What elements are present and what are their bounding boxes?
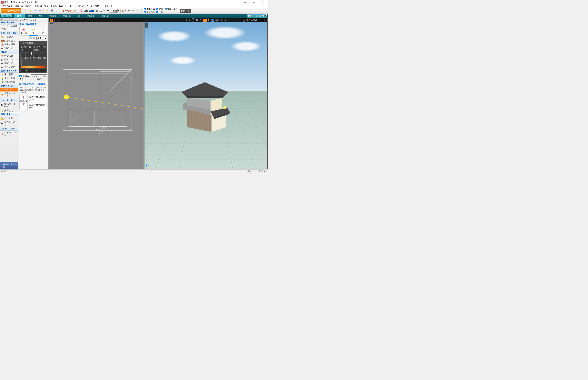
season-button[interactable]: ⛅夏 <box>29 27 38 36</box>
time-slider[interactable] <box>20 53 46 57</box>
menu-edit[interactable]: 編集(E) <box>15 4 24 8</box>
fit-icon[interactable]: ⛶ <box>199 19 203 22</box>
orbit-icon[interactable]: ⟳ <box>188 19 192 22</box>
acc-item[interactable]: ▤壁紙設定 <box>0 57 18 61</box>
season-button[interactable]: ❄冬 <box>39 27 47 36</box>
rotate-right-icon[interactable]: ⟳ <box>131 9 136 13</box>
open-icon[interactable]: 📂 <box>45 9 49 13</box>
print-icon[interactable]: 🖨 <box>54 9 59 13</box>
menu-help[interactable]: ヘルプ(H) <box>101 4 113 8</box>
redo-icon[interactable]: ↷ <box>38 9 42 13</box>
save-icon[interactable]: 💾 <box>50 9 54 13</box>
zoom-in-icon[interactable]: 🔍+ <box>192 19 196 22</box>
acc-item[interactable]: 🖼背景/昼夕夜切替 <box>0 102 18 109</box>
menu-tool[interactable]: ツール(T) <box>64 4 75 8</box>
menu-view[interactable]: 表示(V) <box>24 4 33 8</box>
location-select[interactable]: 兵庫 <box>37 37 47 40</box>
acc-header[interactable]: 診断/チェック <box>0 84 18 88</box>
menu-file[interactable]: ファイル(F) <box>1 4 14 8</box>
undo-icon[interactable]: ↶ <box>33 9 38 13</box>
season-button[interactable]: 🌸春・秋 <box>20 27 28 36</box>
acc-header[interactable]: 内装材 <box>0 50 18 54</box>
acc-item[interactable]: 💡光源設定 <box>0 109 18 113</box>
tab-site[interactable]: 敷地 <box>25 14 36 18</box>
back-to-floorplan-button[interactable]: ⟸ 間取り編集へ <box>1 8 21 13</box>
acc-header[interactable]: 外壁・屋根・敷材 <box>0 31 18 35</box>
acc-item[interactable]: ☀日当たり <box>0 88 18 92</box>
acc-item[interactable]: 🪑床に配置 <box>0 73 18 76</box>
cursor-icon[interactable]: ↖ <box>24 9 28 13</box>
acc-item[interactable]: 💡天井に配置 <box>0 76 18 80</box>
acc-item[interactable]: 🏠外観・内観確認 <box>0 24 18 31</box>
minimize-button[interactable]: — <box>241 0 250 4</box>
check-equipment[interactable]: 住宅設備 <box>144 8 155 11</box>
camera-icon[interactable]: 📷 <box>242 19 245 21</box>
acc-item[interactable]: HQ高画質イメージ <box>0 120 18 127</box>
collapse-right-button[interactable]: ▶ <box>265 14 267 16</box>
target-icon[interactable]: ◎ <box>203 19 207 22</box>
acc-item[interactable]: 🎨一括変更 <box>0 35 18 39</box>
tab-1f[interactable]: 1階 <box>36 14 45 18</box>
acc-item[interactable]: 🧱外壁材設定 <box>0 39 18 42</box>
acc-item[interactable]: ▦敷材設定 <box>0 46 18 50</box>
acc-item[interactable]: 🎨色覚/インテリア <box>0 92 18 98</box>
acc-header[interactable]: 外観・内観確認 <box>0 20 18 24</box>
pan-icon[interactable]: ✥ <box>185 19 188 22</box>
loop-button[interactable]: ⟲ <box>34 69 47 72</box>
tab-1f-roof[interactable]: 1階屋根 <box>45 14 59 18</box>
acc-item[interactable]: 📐パース図 <box>0 116 18 120</box>
page-selector[interactable]: ▦1/1▾ <box>96 9 105 12</box>
acc-item[interactable]: 🚶ウォークスルー <box>0 131 18 137</box>
3dplace-button[interactable]: ⬢ 3Dプレイス <box>61 9 78 13</box>
walk-icon[interactable]: 🚶 <box>207 19 211 22</box>
fov-icon[interactable]: 📷 <box>211 19 214 22</box>
reset-light-button[interactable]: 光源をチェック前に戻す <box>31 75 47 81</box>
acc-item[interactable]: 🌳外構に配置 <box>0 80 18 84</box>
show-light-check[interactable]: 光源を表示 <box>20 75 30 81</box>
picker-icon[interactable]: ↖ <box>224 19 227 22</box>
eyedrop-icon[interactable]: ✎ <box>220 19 223 22</box>
menu-settings[interactable]: 設定(O) <box>76 4 85 8</box>
acc-header[interactable]: ウォークスルー <box>0 127 18 131</box>
tab-1f-wall[interactable]: 1階外壁 <box>60 14 74 18</box>
check-ceiling[interactable]: 天井器具 <box>144 11 155 14</box>
acc-item[interactable]: ▭天井材設定 <box>0 65 18 69</box>
layout-selector[interactable]: ▭二画面▾ <box>107 9 119 13</box>
tab-2f-roof[interactable]: 2階屋根 <box>84 14 98 18</box>
snapshot-dropdown-icon[interactable]: ▾ <box>264 19 265 21</box>
menu-viewpoint[interactable]: 視点(S) <box>34 4 43 8</box>
hand-icon[interactable]: ✋ <box>29 9 33 13</box>
collapse-left-button[interactable]: ◀ <box>0 18 18 20</box>
plan-ortho-icon[interactable]: ⊞ <box>53 19 57 22</box>
datacenter-button[interactable]: 📊 データセンター <box>247 14 267 18</box>
zoom-out-icon[interactable]: 🔍- <box>196 19 199 22</box>
maximize-button[interactable]: ▭ <box>250 0 258 4</box>
acc-item[interactable]: 🏠屋根材設定 <box>0 42 18 46</box>
dropdown-icon[interactable]: ▾ <box>136 9 140 13</box>
how-to-use-button[interactable]: ? 使い方 <box>1 14 12 18</box>
acc-header[interactable]: 印刷・出力 <box>0 113 18 116</box>
menu-window[interactable]: ウィンドウ(A) <box>85 4 101 8</box>
spot-pick-button[interactable]: 📍 地点指定 <box>20 95 28 110</box>
plan-viewport[interactable]: ▦ ⊞ ▾ 平面図 <box>49 18 144 169</box>
slider-thumb[interactable] <box>31 52 32 55</box>
kuchikomi-button[interactable]: クチコミ <box>180 9 191 13</box>
plan-top-icon[interactable]: ▦ <box>50 19 53 22</box>
acc-item[interactable]: 🎨一括変更 <box>0 54 18 57</box>
play-button[interactable]: ▶ <box>20 69 33 72</box>
check-small[interactable]: 小物 <box>157 11 163 14</box>
plan-dropdown-icon[interactable]: ▾ <box>57 19 60 22</box>
check-exterior[interactable]: 外構・植栽 <box>165 8 178 11</box>
tab-2f-wall[interactable]: 2階外壁 <box>98 14 112 18</box>
check-furniture[interactable]: 家具 <box>157 8 163 11</box>
facebook-share-button[interactable]: < Facebookで共有 <box>0 162 18 170</box>
acc-header[interactable]: 設備・家具・外構 <box>0 69 18 73</box>
close-button[interactable]: ✕ <box>258 0 267 4</box>
acc-header[interactable]: イメージ仕上げ <box>0 98 18 102</box>
tab-all[interactable]: 全体 <box>14 14 25 18</box>
3d-viewport[interactable]: ✥ ⟳ 🔍+ 🔍- ⛶ ◎ 🚶 📷 60° ✎ ↖ 📷 現在の視点 ▾ パース図 <box>144 18 268 169</box>
acc-item[interactable]: ▦床材設定 <box>0 61 18 65</box>
tab-2f[interactable]: 2階 <box>74 14 84 18</box>
snap-toggle[interactable]: 🧲吸着OFF <box>80 9 94 12</box>
home-icon[interactable]: 🏠▾ <box>122 9 126 13</box>
